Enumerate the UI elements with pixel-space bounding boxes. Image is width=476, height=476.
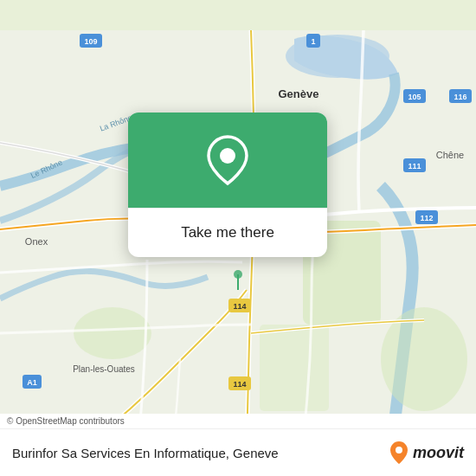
- moovit-text: moovit: [413, 444, 464, 462]
- svg-text:114: 114: [233, 302, 246, 311]
- moovit-pin-icon: [389, 440, 409, 466]
- svg-text:109: 109: [84, 37, 97, 46]
- svg-point-3: [74, 307, 151, 359]
- take-me-there-button[interactable]: Take me there: [170, 221, 285, 245]
- card-header: [128, 113, 327, 208]
- svg-text:116: 116: [453, 93, 466, 101]
- location-pin-icon: [205, 133, 250, 187]
- svg-text:A1: A1: [27, 378, 37, 387]
- svg-text:Chêne: Chêne: [436, 150, 464, 160]
- business-name: Burinfor Sa Services En Informatique, Ge…: [12, 446, 279, 460]
- svg-text:105: 105: [408, 93, 421, 101]
- svg-rect-4: [260, 325, 329, 411]
- bottom-bar: © OpenStreetMap contributors Burinfor Sa…: [0, 414, 476, 476]
- svg-text:114: 114: [233, 380, 246, 389]
- svg-text:Plan-les-Ouates: Plan-les-Ouates: [73, 364, 135, 374]
- svg-point-36: [396, 447, 402, 453]
- moovit-logo: moovit: [389, 440, 464, 466]
- business-info-bar: Burinfor Sa Services En Informatique, Ge…: [0, 428, 476, 476]
- svg-text:112: 112: [420, 214, 433, 222]
- info-card: Take me there: [128, 113, 327, 257]
- svg-text:111: 111: [408, 162, 421, 170]
- copyright-strip: © OpenStreetMap contributors: [0, 414, 476, 428]
- map-container: 109 1 105 116 111 112 114 114 A1 D 1206 …: [0, 0, 476, 476]
- svg-text:1: 1: [311, 37, 315, 46]
- svg-text:Onex: Onex: [25, 236, 48, 247]
- card-action[interactable]: Take me there: [128, 208, 327, 257]
- svg-text:Genève: Genève: [279, 87, 319, 100]
- svg-point-35: [220, 148, 235, 164]
- attribution-text: © OpenStreetMap contributors: [7, 416, 125, 426]
